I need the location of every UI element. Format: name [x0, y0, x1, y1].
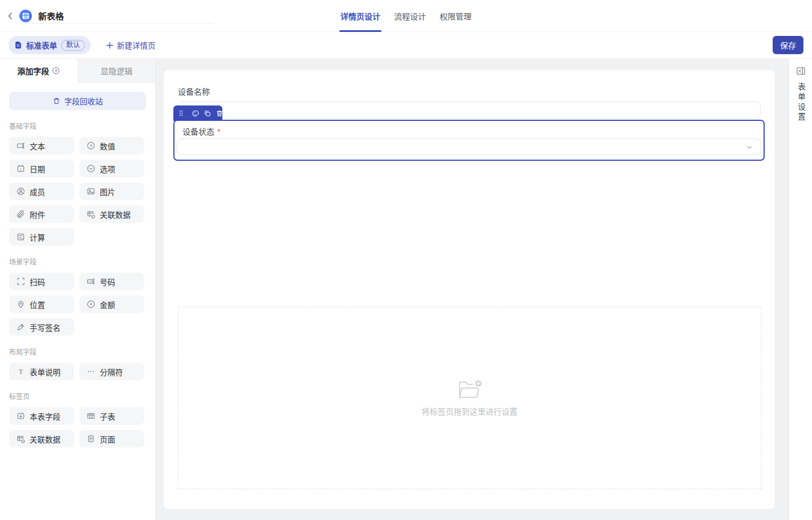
field-item-label: 本表字段 [30, 411, 60, 422]
field-item-member[interactable]: 成员 [9, 182, 74, 200]
title-edit-underline [32, 23, 213, 24]
field-item-label: 选项 [100, 163, 115, 174]
field-recycle-bin-label: 字段回收站 [64, 95, 103, 107]
field-item-label: 数值 [100, 140, 115, 152]
member-icon [17, 187, 25, 196]
field-item-label: 关联数据 [30, 433, 60, 445]
help-circle-icon[interactable]: ? [52, 67, 60, 75]
standard-form-pill[interactable]: 标准表单 默认 [9, 36, 91, 54]
delete-icon[interactable] [216, 109, 224, 117]
section-title: 基础字段 [9, 121, 146, 131]
tab-add-field[interactable]: 添加字段 ? [0, 59, 78, 83]
document-icon [14, 41, 22, 49]
field-item-label: 关联数据 [100, 209, 131, 220]
back-button[interactable] [5, 10, 16, 22]
chevron-left-icon [6, 11, 15, 21]
field-item-select-option[interactable]: 选项 [79, 160, 144, 177]
field-item-form-text[interactable]: T表单说明 [9, 363, 74, 380]
subtable-icon [87, 412, 95, 420]
field-section: 基础字段文本9数值1日期选项成员图片附件关联数据计算 [0, 121, 155, 246]
location-icon [17, 300, 25, 308]
field-item-label: 扫码 [30, 276, 45, 287]
field-item-number-input[interactable]: 123号码 [79, 273, 144, 290]
field-item-subtable[interactable]: 子表 [79, 407, 144, 425]
svg-text:¥: ¥ [90, 302, 92, 306]
field-item-signature[interactable]: 手写签名 [9, 318, 74, 336]
save-button[interactable]: 保存 [773, 36, 803, 54]
field-action-toolbar [173, 105, 222, 121]
field-item-label: 手写签名 [30, 322, 60, 333]
drag-handle-icon[interactable] [178, 109, 184, 117]
related-data-icon [87, 210, 95, 218]
svg-text:?: ? [55, 68, 58, 74]
scan-icon [17, 277, 25, 286]
folder-plus-icon [457, 379, 482, 400]
field-item-label: 日期 [30, 163, 45, 174]
form-text-icon: T [17, 367, 25, 376]
field-item-image[interactable]: 图片 [79, 182, 144, 200]
svg-text:T: T [19, 368, 23, 376]
field-item-label: 子表 [100, 411, 115, 422]
design-tab[interactable]: 流程设计 [393, 0, 427, 32]
design-tab[interactable]: 详情页设计 [339, 0, 381, 32]
form-canvas: 设备名称 设备状态* [164, 70, 775, 509]
default-badge: 默认 [61, 40, 85, 51]
field-section: 场景字段扫码123号码位置¥金额手写签名 [0, 257, 155, 336]
field-item-page[interactable]: 页面 [79, 430, 144, 448]
select-option-icon [87, 164, 95, 173]
field-item-label: 图片 [100, 186, 115, 197]
dropzone-hint-text: 将标签页拖到这里进行设置 [422, 405, 518, 417]
field-item-location[interactable]: 位置 [9, 295, 74, 313]
design-tab[interactable]: 权限管理 [439, 0, 473, 32]
new-detail-page-button[interactable]: 新建详情页 [106, 39, 156, 51]
device-status-select[interactable] [177, 139, 761, 155]
active-tab-underline [339, 30, 381, 32]
money-icon: ¥ [87, 300, 95, 308]
field-item-attachment[interactable]: 附件 [9, 205, 74, 223]
field-item-related-data[interactable]: 关联数据 [9, 430, 74, 448]
field-item-label: 表单说明 [30, 366, 60, 377]
form-toolbar: 标准表单 默认 新建详情页 保存 [0, 32, 812, 59]
field-item-label: 分隔符 [100, 366, 123, 377]
field-item-divider[interactable]: 分隔符 [79, 363, 144, 380]
field-item-tab-field[interactable]: 本表字段 [9, 407, 74, 425]
number-icon: 9 [87, 141, 95, 150]
form-settings-panel: 表单设置 [789, 59, 812, 520]
calculator-icon [17, 233, 25, 241]
field-item-date[interactable]: 1日期 [9, 160, 74, 177]
chevron-down-icon [746, 144, 753, 151]
field-item-calculator[interactable]: 计算 [9, 228, 74, 246]
field-item-label: 页面 [100, 433, 115, 445]
divider-icon [87, 367, 95, 376]
trash-icon [52, 97, 60, 105]
tab-visibility-logic[interactable]: 显隐逻辑 [78, 59, 156, 83]
field-item-label: 附件 [30, 209, 45, 220]
tab-dropzone[interactable]: 将标签页拖到这里进行设置 [178, 307, 761, 489]
field-item-label: 金额 [100, 299, 115, 310]
palette-icon[interactable] [192, 109, 200, 117]
collapse-panel-icon[interactable] [796, 66, 806, 76]
grid-app-icon [19, 10, 32, 22]
tab-visibility-logic-label: 显隐逻辑 [100, 65, 132, 76]
copy-icon[interactable] [204, 109, 212, 117]
field-item-scan[interactable]: 扫码 [9, 273, 74, 290]
device-name-input[interactable] [178, 101, 761, 119]
field-device-name-label: 设备名称 [178, 86, 761, 97]
signature-icon [17, 323, 25, 331]
field-item-number[interactable]: 9数值 [79, 137, 144, 155]
page-icon [87, 434, 95, 443]
field-item-text-field[interactable]: 文本 [9, 137, 74, 155]
field-item-label: 计算 [30, 231, 45, 243]
plus-icon [106, 42, 113, 49]
field-device-status-selected[interactable]: 设备状态* [173, 120, 765, 161]
design-tabs: 详情页设计流程设计权限管理 [339, 0, 473, 32]
field-item-related-data[interactable]: 关联数据 [79, 205, 144, 223]
field-recycle-bin-button[interactable]: 字段回收站 [9, 92, 146, 110]
field-device-name: 设备名称 [178, 86, 761, 119]
form-settings-label: 表单设置 [795, 83, 806, 123]
section-title: 场景字段 [9, 257, 146, 266]
field-device-status-label: 设备状态* [182, 125, 220, 137]
related-data-icon [17, 434, 25, 443]
new-detail-page-label: 新建详情页 [117, 39, 156, 51]
field-item-money[interactable]: ¥金额 [79, 295, 144, 313]
